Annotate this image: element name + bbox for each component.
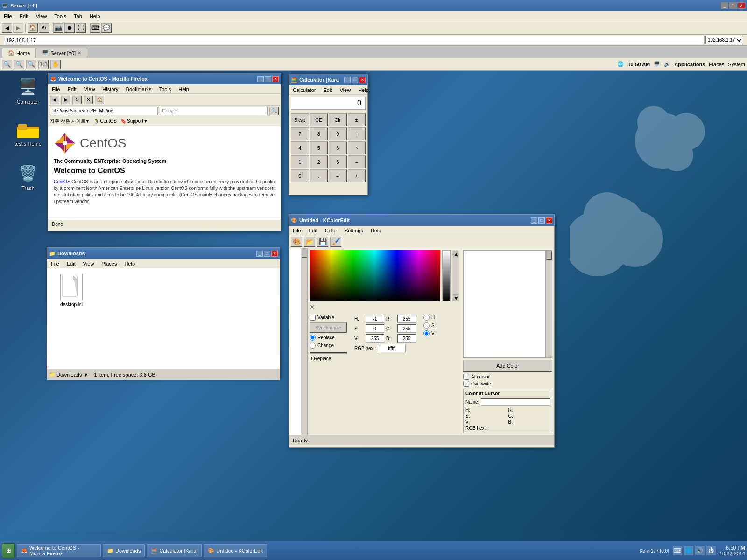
taskbar-calculator[interactable]: 🧮 Calculator [Kara] (147, 544, 202, 557)
overwrite-checkbox[interactable] (463, 381, 469, 387)
tab-server-close[interactable]: ✕ (78, 50, 81, 56)
add-color-btn[interactable]: Add Color (463, 360, 552, 372)
remote-close-btn[interactable]: ✕ (738, 2, 745, 9)
ff-search-input[interactable] (160, 107, 268, 115)
zoom-in-btn[interactable]: 🔍 (14, 60, 24, 69)
kcolor-x-marker[interactable]: ✕ (310, 303, 459, 311)
move-btn[interactable]: ✋ (50, 60, 61, 69)
ff-back[interactable]: ◀ (50, 96, 59, 104)
v-input[interactable] (366, 334, 384, 343)
v-radio[interactable] (423, 330, 430, 336)
record-btn[interactable]: ⏺ (64, 23, 75, 33)
ff-menu-help[interactable]: Help (176, 85, 191, 93)
start-button[interactable]: ⊞ (2, 543, 15, 558)
change-radio[interactable] (310, 343, 316, 349)
remote-minimize-btn[interactable]: _ (721, 2, 728, 9)
kcolor-palette-scrollbar[interactable] (301, 248, 307, 435)
zoom-fit-btn[interactable]: 🔍 (2, 60, 12, 69)
tab-server[interactable]: 🖥️ Server [::0] ✕ (36, 48, 87, 58)
downloads-close[interactable]: ✕ (271, 251, 278, 257)
remote-maximize-btn[interactable]: □ (729, 2, 737, 9)
kc-open-btn[interactable]: 📂 (304, 237, 315, 247)
cursor-name-input[interactable] (481, 398, 550, 406)
volume-icon[interactable]: 🔊 (695, 546, 705, 555)
calc-btn-CE[interactable]: CE (310, 113, 328, 126)
downloads-minimize[interactable]: _ (256, 251, 263, 257)
taskbar-firefox[interactable]: 🦊 Welcome to CentOS - Mozilla Firefox (17, 544, 101, 557)
desktop-icon-home[interactable]: test's Home (9, 118, 47, 147)
kc-menu-edit[interactable]: Edit (307, 227, 319, 234)
dl-menu-help[interactable]: Help (122, 260, 137, 267)
home-btn[interactable]: 🏠 (28, 23, 38, 33)
firefox-close[interactable]: ✕ (272, 76, 279, 82)
taskbar-downloads[interactable]: 📁 Downloads (103, 544, 145, 557)
send-keys-btn[interactable]: ⌨ (90, 23, 100, 33)
kcolor-close[interactable]: ✕ (546, 217, 552, 224)
b-input[interactable] (397, 334, 416, 343)
taskbar-kcolor[interactable]: 🎨 Untitled - KColorEdit (204, 544, 267, 557)
kcolor-minimize[interactable]: _ (531, 217, 537, 224)
calc-btn-1[interactable]: 1 (291, 155, 309, 168)
ff-bookmark-support[interactable]: 🔖 Support▼ (120, 119, 148, 124)
ff-reload[interactable]: ↻ (72, 96, 82, 104)
calc-btn-5[interactable]: 5 (310, 141, 328, 154)
color-list-scroll-thumb[interactable] (546, 251, 552, 260)
dl-menu-view[interactable]: View (81, 260, 96, 267)
address-input[interactable] (4, 36, 705, 44)
centos-link[interactable]: CentOS (54, 179, 70, 184)
ff-url-input[interactable] (50, 107, 158, 115)
calc-btn-0[interactable]: 0 (291, 169, 309, 182)
calc-btn-_[interactable]: ± (348, 113, 366, 126)
kc-palette-btn[interactable]: 🖌️ (330, 237, 341, 247)
menu-file[interactable]: File (2, 13, 14, 20)
ff-menu-history[interactable]: History (100, 85, 120, 93)
address-dropdown[interactable]: 192.168.1.17 (705, 36, 743, 44)
color-brightness-slider[interactable] (442, 250, 451, 301)
palette-scroll-thumb[interactable] (302, 248, 307, 258)
calc-minimize[interactable]: _ (344, 77, 351, 83)
kc-new-btn[interactable]: 🎨 (291, 237, 302, 247)
ff-menu-tools[interactable]: Tools (157, 85, 173, 93)
keyboard-icon[interactable]: ⌨ (673, 546, 682, 555)
chat-btn[interactable]: 💬 (101, 23, 112, 33)
h-input[interactable] (366, 315, 384, 323)
calc-btn-_[interactable]: ÷ (348, 127, 366, 140)
desktop-icon-trash[interactable]: 🗑️ Trash (9, 162, 47, 191)
places-menu[interactable]: Places (709, 62, 724, 67)
desktop-icon-computer[interactable]: 🖥️ Computer (9, 76, 47, 105)
calc-menu-calculator[interactable]: Calculator (291, 86, 318, 94)
dl-menu-places[interactable]: Places (99, 260, 119, 267)
menu-edit[interactable]: Edit (18, 13, 30, 20)
dl-menu-file[interactable]: File (49, 260, 61, 267)
downloads-maximize[interactable]: □ (264, 251, 270, 257)
ff-home[interactable]: 🏠 (95, 96, 104, 104)
ff-menu-file[interactable]: File (50, 85, 62, 93)
system-menu[interactable]: System (728, 62, 745, 67)
calc-btn-9[interactable]: 9 (329, 127, 347, 140)
kc-menu-settings[interactable]: Settings (343, 227, 365, 234)
r-input[interactable] (397, 315, 416, 323)
calc-menu-help[interactable]: Help (356, 86, 371, 94)
ff-stop[interactable]: ✕ (84, 96, 93, 104)
zoom-100-btn[interactable]: 1:1 (38, 60, 49, 69)
forward-btn[interactable]: ▶ (13, 23, 23, 33)
synchronize-btn[interactable]: Synchronize (310, 322, 347, 333)
kcolor-slider[interactable] (310, 352, 347, 354)
applications-menu[interactable]: Applications (674, 62, 705, 67)
ff-bookmark-recent[interactable]: 자주 찾은 사이트▼ (50, 118, 90, 125)
dl-breadcrumb[interactable]: 📁 Downloads ▼ (49, 371, 88, 378)
menu-help[interactable]: Help (88, 13, 102, 20)
ff-search-btn[interactable]: 🔍 (269, 107, 279, 115)
ff-menu-bookmarks[interactable]: Bookmarks (124, 85, 154, 93)
ff-menu-edit[interactable]: Edit (66, 85, 78, 93)
at-cursor-checkbox[interactable] (463, 374, 469, 380)
s-input[interactable] (366, 324, 384, 333)
ff-bookmark-centos[interactable]: 🐧 CentOS (93, 119, 117, 124)
network-icon[interactable]: 🌐 (684, 546, 693, 555)
calc-btn-Bksp[interactable]: Bksp (291, 113, 309, 126)
kc-save-btn[interactable]: 💾 (317, 237, 328, 247)
calc-btn-3[interactable]: 3 (329, 155, 347, 168)
calc-btn-7[interactable]: 7 (291, 127, 309, 140)
calc-maximize[interactable]: □ (352, 77, 358, 83)
calc-btn-Clr[interactable]: Clr (329, 113, 347, 126)
